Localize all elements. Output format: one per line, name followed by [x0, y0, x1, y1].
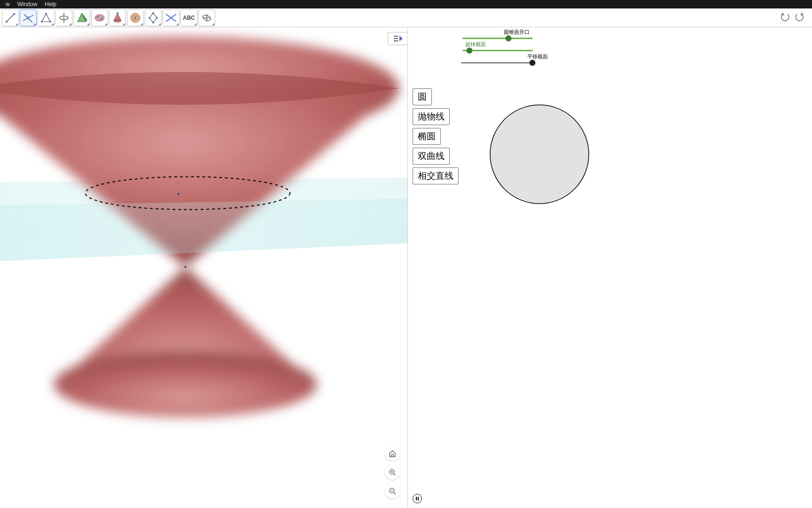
slider-rotate-section[interactable]: 旋转截面 [434, 41, 575, 53]
svg-point-18 [114, 19, 121, 22]
home-icon [388, 449, 397, 458]
svg-marker-43 [399, 36, 403, 41]
svg-point-38 [178, 193, 180, 195]
tool-plane3pts[interactable] [38, 9, 55, 26]
slider-cone-aperture[interactable]: 圆锥面开口 [434, 29, 575, 40]
svg-point-8 [45, 13, 47, 15]
tool-net[interactable] [145, 9, 162, 26]
svg-line-45 [394, 474, 396, 476]
menu-bar: w Window Help [0, 0, 812, 8]
undo-button[interactable] [778, 10, 791, 25]
chevron-down-icon [123, 23, 125, 25]
workspace: 圆锥面开口 旋转截面 平移截面 圆 抛物线 椭圆 双曲线 相交直线 [0, 27, 812, 508]
svg-point-9 [49, 21, 51, 23]
chevron-down-icon [105, 23, 107, 25]
undo-redo-group [778, 10, 810, 25]
svg-point-2 [13, 13, 15, 15]
svg-marker-23 [149, 13, 157, 23]
tool-pyramid[interactable] [73, 9, 90, 26]
menu-w[interactable]: w [2, 1, 14, 8]
svg-point-35 [54, 351, 317, 417]
tool-move3d[interactable] [2, 9, 19, 26]
chevron-down-icon [176, 23, 179, 25]
section-buttons: 圆 抛物线 椭圆 双曲线 相交直线 [413, 88, 459, 184]
btn-circle[interactable]: 圆 [413, 88, 432, 105]
svg-marker-6 [42, 14, 50, 22]
svg-point-15 [97, 16, 99, 18]
chevron-down-icon [158, 23, 161, 25]
toolbar: ABC [0, 8, 812, 27]
text-tool-label: ABC [183, 15, 195, 21]
tool-intersect[interactable] [20, 9, 37, 26]
3d-view-controls [385, 446, 400, 499]
btn-hyperbola[interactable]: 双曲线 [413, 148, 450, 165]
svg-point-5 [27, 16, 30, 19]
chevron-down-icon [69, 23, 71, 25]
svg-point-26 [156, 17, 158, 19]
pause-icon [416, 497, 419, 500]
svg-point-25 [148, 17, 150, 19]
toggle-panel-button[interactable] [388, 32, 407, 45]
2d-graphics-view[interactable]: 圆锥面开口 旋转截面 平移截面 圆 抛物线 椭圆 双曲线 相交直线 [408, 27, 812, 508]
svg-point-14 [95, 15, 104, 21]
chevron-down-icon [51, 23, 54, 25]
tool-intersect-curves[interactable] [163, 9, 180, 26]
chevron-down-icon [16, 23, 18, 25]
btn-ellipse[interactable]: 椭圆 [413, 128, 441, 145]
home-view-button[interactable] [385, 446, 400, 461]
sliders-group: 圆锥面开口 旋转截面 平移截面 [434, 29, 575, 66]
cross-section-shape [488, 103, 591, 206]
slider-label: 旋转截面 [465, 41, 486, 48]
btn-parabola[interactable]: 抛物线 [413, 108, 450, 125]
slider-label: 平移截面 [527, 53, 548, 60]
svg-point-19 [117, 12, 118, 14]
tool-cone[interactable] [109, 9, 126, 26]
zoom-in-icon [388, 468, 397, 476]
svg-point-24 [152, 12, 154, 14]
slider-translate-section[interactable]: 平移截面 [434, 54, 575, 65]
svg-point-7 [41, 21, 43, 23]
btn-lines[interactable]: 相交直线 [413, 167, 459, 184]
svg-point-16 [101, 18, 102, 20]
tool-sphere-center[interactable] [127, 9, 144, 26]
panel-toggle-icon [392, 34, 404, 43]
redo-button[interactable] [793, 10, 806, 25]
3d-scene [0, 27, 407, 508]
zoom-out-icon [388, 487, 397, 495]
chevron-down-icon [194, 23, 196, 25]
svg-point-1 [6, 21, 8, 23]
chevron-down-icon [212, 23, 214, 25]
menu-window[interactable]: Window [14, 1, 41, 8]
svg-point-39 [185, 266, 187, 268]
svg-point-27 [152, 22, 154, 24]
tool-rotate-axis[interactable] [55, 9, 72, 26]
svg-marker-36 [0, 199, 407, 262]
zoom-out-button[interactable] [385, 484, 400, 499]
svg-point-22 [134, 17, 136, 19]
tool-sphere[interactable] [91, 9, 108, 26]
chevron-down-icon [141, 23, 143, 25]
chevron-down-icon [33, 23, 36, 25]
zoom-in-button[interactable] [385, 465, 400, 480]
slider-label: 圆锥面开口 [504, 29, 530, 36]
svg-line-49 [394, 492, 396, 494]
svg-point-51 [490, 105, 589, 204]
menu-help[interactable]: Help [41, 1, 60, 8]
3d-graphics-view[interactable] [0, 27, 408, 508]
chevron-down-icon [87, 23, 89, 25]
tool-rotate-view[interactable] [198, 9, 215, 26]
pause-button[interactable] [413, 494, 422, 503]
tool-text[interactable]: ABC [180, 9, 197, 26]
